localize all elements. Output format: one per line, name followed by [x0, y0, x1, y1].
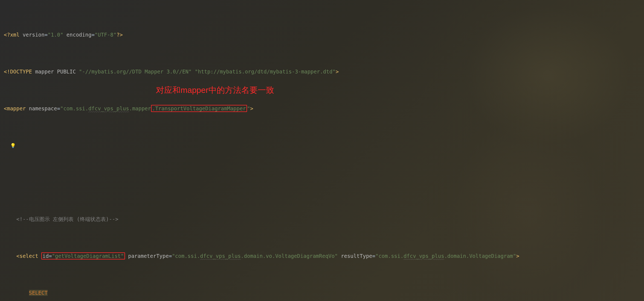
- code-line[interactable]: <select id="getVoltageDiagramList" param…: [0, 252, 644, 260]
- code-line[interactable]: <!--电压图示 左侧列表 (终端状态表)-->: [0, 216, 644, 223]
- xml-decl-close: ?>: [117, 32, 123, 38]
- attr-parameterType: parameterType: [128, 253, 169, 259]
- attr-encoding: encoding: [66, 32, 92, 38]
- code-line[interactable]: <mapper namespace="com.ssi.dfcv_vps_plus…: [0, 105, 644, 112]
- attr-namespace: namespace: [29, 105, 57, 111]
- xml-comment: <!--电压图示 左侧列表 (终端状态表)-->: [16, 216, 118, 222]
- mapper-tag: mapper: [7, 105, 26, 111]
- xml-name: xml: [10, 32, 19, 38]
- code-line[interactable]: <?xml version="1.0" encoding="UTF-8"?>: [0, 31, 644, 39]
- doctype: DOCTYPE: [10, 69, 32, 75]
- xml-decl-open: <?: [4, 32, 10, 38]
- code-line[interactable]: [0, 179, 644, 186]
- select-tag: select: [19, 253, 38, 259]
- code-line[interactable]: 💡: [0, 142, 644, 149]
- encoding-value: "UTF-8": [95, 32, 117, 38]
- code-editor[interactable]: <?xml version="1.0" encoding="UTF-8"?> <…: [0, 0, 644, 301]
- attr-version: version: [23, 32, 45, 38]
- attr-resultType: resultType: [341, 253, 372, 259]
- sql-select: SELECT: [29, 290, 48, 296]
- highlight-mapper-class: .TransportVoltageDiagramMapper: [151, 105, 247, 112]
- code-line[interactable]: <!DOCTYPE mapper PUBLIC "-//mybatis.org/…: [0, 68, 644, 75]
- intention-bulb-icon[interactable]: 💡: [10, 142, 16, 149]
- dtd-public-id: "-//mybatis.org//DTD Mapper 3.0//EN": [79, 69, 192, 75]
- dtd-system-id: "http://mybatis.org/dtd/mybatis-3-mapper…: [195, 69, 336, 75]
- code-line[interactable]: SELECT: [0, 289, 644, 297]
- highlight-method-id: id="getVoltageDiagramList": [41, 252, 125, 259]
- version-value: "1.0": [48, 32, 63, 38]
